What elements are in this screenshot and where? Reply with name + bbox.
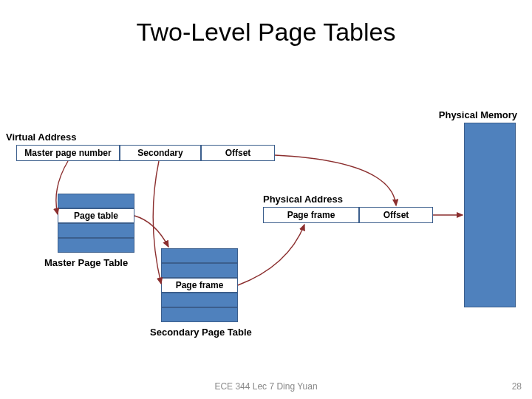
master-table-row1 xyxy=(58,194,134,208)
secondary-table-row2 xyxy=(161,263,238,278)
master-table-entry: Page table xyxy=(58,208,134,223)
page-number: 28 xyxy=(512,381,522,392)
master-table-row3 xyxy=(58,223,134,238)
secondary-table-entry: Page frame xyxy=(161,278,238,293)
master-table-row4 xyxy=(58,238,134,253)
physical-address-label: Physical Address xyxy=(263,194,343,205)
secondary-table-caption: Secondary Page Table xyxy=(150,327,252,338)
footer-text: ECE 344 Lec 7 Ding Yuan xyxy=(0,381,532,392)
physical-memory-label: Physical Memory xyxy=(439,109,517,120)
pa-offset-box: Offset xyxy=(359,207,433,223)
physical-memory-block xyxy=(464,123,516,307)
slide-title: Two-Level Page Tables xyxy=(0,18,532,47)
pa-frame-box: Page frame xyxy=(263,207,359,223)
virtual-address-label: Virtual Address xyxy=(6,132,76,143)
va-secondary-box: Secondary xyxy=(120,145,201,161)
va-master-box: Master page number xyxy=(16,145,120,161)
secondary-table-row5 xyxy=(161,307,238,322)
secondary-table-row4 xyxy=(161,293,238,307)
secondary-table-row1 xyxy=(161,248,238,263)
va-offset-box: Offset xyxy=(201,145,275,161)
master-table-caption: Master Page Table xyxy=(44,257,128,268)
